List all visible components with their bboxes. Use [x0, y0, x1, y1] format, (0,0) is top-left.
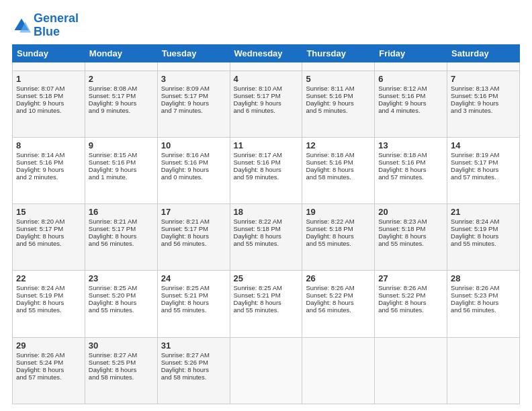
- day-info-line: Sunrise: 8:13 AM: [451, 85, 516, 92]
- day-header-wednesday: Wednesday: [230, 44, 302, 62]
- day-info-line: Daylight: 9 hours: [378, 99, 443, 107]
- day-number: 13: [378, 140, 443, 150]
- day-info-line: Sunset: 5:16 PM: [89, 158, 154, 166]
- day-info-line: Daylight: 8 hours: [234, 232, 299, 240]
- day-number: 9: [89, 140, 154, 150]
- day-info-line: and 57 minutes.: [378, 173, 443, 181]
- day-info-line: Sunset: 5:21 PM: [161, 291, 226, 299]
- day-info-line: and 3 minutes.: [451, 107, 516, 114]
- calendar-cell: 22Sunrise: 8:24 AMSunset: 5:19 PMDayligh…: [13, 271, 85, 337]
- calendar-cell: 28Sunrise: 8:26 AMSunset: 5:23 PMDayligh…: [447, 271, 520, 337]
- day-info-line: Sunrise: 8:20 AM: [16, 218, 81, 225]
- calendar-cell: [302, 62, 375, 71]
- calendar-cell: 7Sunrise: 8:13 AMSunset: 5:16 PMDaylight…: [447, 71, 520, 137]
- day-info-line: Daylight: 9 hours: [16, 166, 81, 173]
- calendar-cell: [447, 62, 520, 71]
- calendar-cell: 26Sunrise: 8:26 AMSunset: 5:22 PMDayligh…: [302, 271, 375, 337]
- day-info-line: Sunrise: 8:07 AM: [16, 85, 81, 92]
- calendar-cell: 14Sunrise: 8:19 AMSunset: 5:17 PMDayligh…: [447, 137, 520, 203]
- day-number: 28: [451, 273, 516, 283]
- day-info-line: Sunset: 5:16 PM: [378, 158, 443, 166]
- calendar-cell: [85, 62, 157, 71]
- day-info-line: Daylight: 8 hours: [161, 299, 226, 306]
- calendar-cell: 3Sunrise: 8:09 AMSunset: 5:17 PMDaylight…: [157, 71, 230, 137]
- day-info-line: and 1 minute.: [89, 173, 154, 181]
- day-number: 11: [234, 140, 299, 150]
- logo-icon: [12, 16, 31, 35]
- day-info-line: and 7 minutes.: [161, 107, 226, 114]
- day-number: 8: [16, 140, 81, 150]
- day-info-line: and 57 minutes.: [451, 173, 516, 181]
- calendar-cell: 19Sunrise: 8:22 AMSunset: 5:18 PMDayligh…: [302, 204, 375, 271]
- day-info-line: Sunrise: 8:09 AM: [161, 85, 226, 92]
- calendar-cell: 18Sunrise: 8:22 AMSunset: 5:18 PMDayligh…: [230, 204, 302, 271]
- day-info-line: Sunrise: 8:11 AM: [306, 85, 371, 92]
- calendar-cell: 31Sunrise: 8:27 AMSunset: 5:26 PMDayligh…: [157, 337, 230, 404]
- day-info-line: Sunset: 5:18 PM: [378, 225, 443, 232]
- day-info-line: Daylight: 8 hours: [234, 166, 299, 173]
- day-info-line: and 57 minutes.: [16, 373, 81, 381]
- day-info-line: Sunset: 5:20 PM: [89, 291, 154, 299]
- day-info-line: and 4 minutes.: [378, 107, 443, 114]
- day-info-line: and 55 minutes.: [234, 306, 299, 314]
- day-info-line: Sunrise: 8:23 AM: [378, 218, 443, 225]
- day-number: 18: [234, 207, 299, 217]
- day-info-line: and 10 minutes.: [16, 107, 81, 114]
- day-number: 10: [161, 140, 226, 150]
- calendar-cell: [157, 62, 230, 71]
- calendar-cell: [230, 337, 302, 404]
- day-info-line: and 55 minutes.: [451, 240, 516, 247]
- day-info-line: and 55 minutes.: [306, 240, 371, 247]
- day-info-line: Sunset: 5:16 PM: [234, 158, 299, 166]
- day-info-line: Sunset: 5:17 PM: [16, 225, 81, 232]
- day-number: 22: [16, 273, 81, 283]
- calendar-cell: [375, 62, 447, 71]
- day-info-line: and 0 minutes.: [161, 173, 226, 181]
- day-info-line: and 56 minutes.: [451, 306, 516, 314]
- calendar-cell: 1Sunrise: 8:07 AMSunset: 5:18 PMDaylight…: [13, 71, 85, 137]
- day-info-line: Daylight: 8 hours: [161, 366, 226, 373]
- day-info-line: Sunrise: 8:26 AM: [451, 284, 516, 291]
- page: General Blue SundayMondayTuesdayWednesda…: [0, 0, 532, 411]
- day-info-line: Sunrise: 8:18 AM: [306, 151, 371, 158]
- day-info-line: and 58 minutes.: [89, 373, 154, 381]
- day-number: 29: [16, 340, 81, 351]
- calendar-cell: [447, 337, 520, 404]
- day-number: 15: [16, 207, 81, 217]
- calendar-cell: 27Sunrise: 8:26 AMSunset: 5:22 PMDayligh…: [375, 271, 447, 337]
- day-info-line: Sunset: 5:18 PM: [306, 225, 371, 232]
- day-info-line: Sunset: 5:16 PM: [306, 158, 371, 166]
- day-header-sunday: Sunday: [13, 44, 85, 62]
- day-info-line: Sunset: 5:17 PM: [89, 225, 154, 232]
- day-info-line: Daylight: 8 hours: [89, 232, 154, 240]
- day-info-line: and 9 minutes.: [89, 107, 154, 114]
- day-number: 25: [234, 273, 299, 283]
- day-header-friday: Friday: [375, 44, 447, 62]
- calendar-cell: 20Sunrise: 8:23 AMSunset: 5:18 PMDayligh…: [375, 204, 447, 271]
- day-number: 19: [306, 207, 371, 217]
- calendar-cell: 9Sunrise: 8:15 AMSunset: 5:16 PMDaylight…: [85, 137, 157, 203]
- calendar-cell: 23Sunrise: 8:25 AMSunset: 5:20 PMDayligh…: [85, 271, 157, 337]
- day-info-line: and 2 minutes.: [16, 173, 81, 181]
- day-info-line: and 55 minutes.: [161, 306, 226, 314]
- day-number: 7: [451, 74, 516, 84]
- day-info-line: Sunset: 5:24 PM: [16, 359, 81, 366]
- day-info-line: Sunrise: 8:24 AM: [16, 284, 81, 291]
- day-info-line: Daylight: 9 hours: [89, 166, 154, 173]
- day-info-line: and 58 minutes.: [161, 373, 226, 381]
- day-info-line: Daylight: 9 hours: [89, 99, 154, 107]
- day-number: 31: [161, 340, 226, 351]
- day-info-line: Daylight: 8 hours: [378, 232, 443, 240]
- day-info-line: Sunrise: 8:16 AM: [161, 151, 226, 158]
- header: General Blue: [12, 12, 520, 39]
- day-info-line: Sunrise: 8:22 AM: [234, 218, 299, 225]
- day-info-line: Daylight: 9 hours: [161, 166, 226, 173]
- day-info-line: and 56 minutes.: [306, 306, 371, 314]
- day-info-line: Daylight: 8 hours: [89, 299, 154, 306]
- day-info-line: Sunset: 5:16 PM: [306, 92, 371, 99]
- day-info-line: Daylight: 8 hours: [451, 166, 516, 173]
- day-info-line: Sunset: 5:17 PM: [234, 92, 299, 99]
- day-info-line: Sunset: 5:23 PM: [451, 291, 516, 299]
- day-number: 23: [89, 273, 154, 283]
- day-info-line: Sunset: 5:18 PM: [16, 92, 81, 99]
